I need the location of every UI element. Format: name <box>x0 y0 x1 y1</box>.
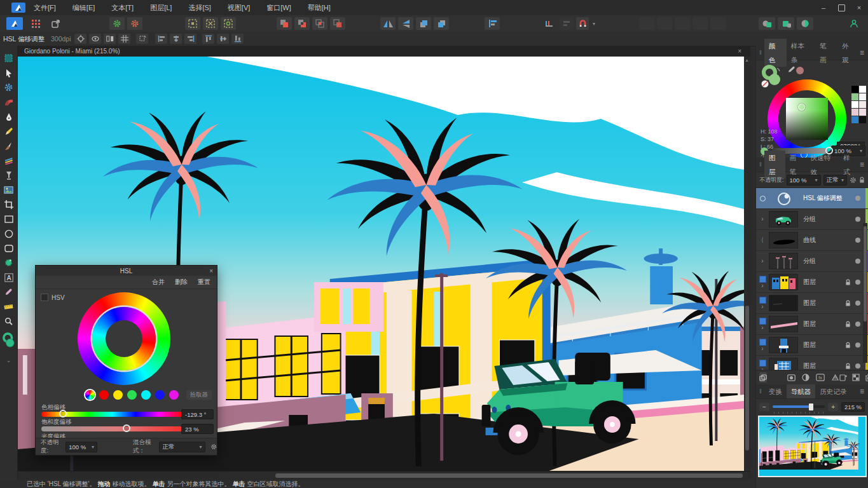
menu-text[interactable]: 文本[T] <box>103 0 142 15</box>
panel-menu-icon[interactable]: ≡ <box>860 160 864 169</box>
zoom-out-button[interactable]: − <box>759 403 769 411</box>
measure-tool[interactable] <box>3 301 15 313</box>
navigator-thumbnail[interactable] <box>758 416 867 477</box>
new-layer-icon[interactable] <box>839 374 847 381</box>
insertion-target-button[interactable] <box>542 17 556 30</box>
snap-option-3-button[interactable] <box>675 17 690 30</box>
snapping-toggle-button[interactable] <box>576 17 589 30</box>
color-eyedropper-icon[interactable] <box>787 65 806 76</box>
cyan-channel-swatch[interactable] <box>141 390 151 400</box>
zoom-slider-handle[interactable] <box>809 403 813 410</box>
rectangle-tool[interactable] <box>3 213 15 225</box>
hsl-dialog-close-icon[interactable]: × <box>209 268 213 274</box>
menu-help[interactable]: 帮助[H] <box>300 0 339 15</box>
rotate-selection-button[interactable] <box>136 34 148 44</box>
account-button[interactable] <box>846 17 862 30</box>
corner-tool[interactable] <box>3 96 15 108</box>
snap-midpoints-button[interactable] <box>203 17 218 30</box>
hsl-dialog-titlebar[interactable]: HSL × <box>36 266 217 276</box>
visibility-dot[interactable] <box>855 363 860 369</box>
saturation-shift-slider[interactable] <box>41 426 183 431</box>
move-backward-button[interactable] <box>434 17 449 30</box>
hue-shift-handle[interactable] <box>59 410 67 417</box>
visibility-dot[interactable] <box>855 342 860 348</box>
adjustment-icon[interactable] <box>802 374 809 381</box>
alignment-button[interactable] <box>485 17 500 30</box>
zoom-in-button[interactable]: + <box>828 403 838 411</box>
boolean-divide-button[interactable] <box>330 17 345 30</box>
app-logo-icon[interactable] <box>11 3 25 13</box>
menu-view[interactable]: 视图[V] <box>219 0 258 15</box>
align-right-button[interactable] <box>184 34 196 44</box>
move-tool[interactable] <box>3 67 15 79</box>
hsl-settings-gear-icon[interactable] <box>210 443 217 451</box>
layer-row-buildings[interactable]: › 图层 <box>756 272 868 293</box>
panel-menu-icon[interactable]: ≡ <box>860 387 864 396</box>
layers-opacity-dropdown[interactable]: 100 %▾ <box>787 175 821 186</box>
align-center-button[interactable] <box>170 34 182 44</box>
geometry-subtract-button[interactable] <box>778 17 794 30</box>
blue-channel-swatch[interactable] <box>155 390 165 400</box>
color-square-marker[interactable] <box>798 104 805 111</box>
align-middle-button[interactable] <box>217 34 229 44</box>
layers-blend-dropdown[interactable]: 正常▾ <box>823 175 847 186</box>
hsl-merge-button[interactable]: 合并 <box>152 278 165 287</box>
restore-button[interactable] <box>832 0 850 15</box>
layer-row-group-car[interactable]: › 分组 <box>756 209 868 230</box>
picker-button[interactable]: 拾取器 <box>186 390 212 400</box>
hsl-reset-button[interactable]: 重置 <box>198 278 210 287</box>
hsl-blend-dropdown[interactable]: 正常▾ <box>159 442 205 452</box>
boolean-add-button[interactable] <box>277 17 292 30</box>
trash-icon[interactable] <box>865 374 868 381</box>
vector-crop-tool[interactable] <box>3 198 15 210</box>
place-image-tool[interactable] <box>3 184 15 196</box>
live-filter-icon[interactable] <box>831 374 839 381</box>
vertical-scroll-thumb[interactable] <box>745 306 749 451</box>
layers-scroll-thumb[interactable] <box>864 226 867 322</box>
green-channel-swatch[interactable] <box>127 390 137 400</box>
geometry-intersect-button[interactable] <box>797 17 813 30</box>
document-settings-gear-button[interactable] <box>109 17 125 30</box>
canvas-vertical-scrollbar[interactable]: ▲ <box>744 57 750 471</box>
text-tool[interactable]: A <box>3 271 15 283</box>
transform-origin-button[interactable] <box>74 34 86 44</box>
tab-navigator[interactable]: 导航器 <box>787 384 816 398</box>
master-channel-swatch[interactable] <box>85 390 95 400</box>
panel-grip-icon[interactable]: ‖ <box>759 388 762 395</box>
document-close-icon[interactable]: × <box>738 48 741 55</box>
saturation-shift-handle[interactable] <box>123 424 130 432</box>
saturation-shift-value[interactable]: 23 % <box>181 424 214 434</box>
move-forward-button[interactable] <box>416 17 431 30</box>
zoom-value-field[interactable]: 215 % <box>841 402 865 412</box>
canvas-horizontal-scrollbar[interactable] <box>18 471 750 480</box>
horizontal-scroll-thumb[interactable] <box>275 473 743 478</box>
tab-transform[interactable]: 变换 <box>764 384 787 398</box>
fx-icon[interactable]: fx <box>816 374 825 381</box>
hsv-checkbox[interactable] <box>41 294 48 301</box>
artboard-tool[interactable] <box>3 52 15 64</box>
layer-row-road[interactable]: › 图层 <box>756 314 868 335</box>
hsl-opacity-dropdown[interactable]: 100 %▾ <box>65 442 97 452</box>
layer-row-shadow[interactable]: › 图层 <box>756 293 868 314</box>
show-grid-button[interactable] <box>118 34 130 44</box>
designer-persona-button[interactable] <box>6 17 23 30</box>
new-pixel-layer-icon[interactable] <box>852 374 860 381</box>
snapping-options-caret[interactable]: ▾ <box>589 17 596 30</box>
snap-option-2-button[interactable] <box>657 17 672 30</box>
visibility-dot[interactable] <box>855 259 860 264</box>
lock-layer-icon[interactable] <box>859 177 865 184</box>
menu-file[interactable]: 文件[F] <box>25 0 64 15</box>
visibility-dot[interactable] <box>855 280 860 285</box>
magenta-channel-swatch[interactable] <box>169 390 179 400</box>
snap-option-4-button[interactable] <box>692 17 708 30</box>
menu-window[interactable]: 窗口[W] <box>258 0 300 15</box>
flip-vertical-button[interactable] <box>398 17 413 30</box>
pencil-tool[interactable] <box>3 125 15 137</box>
visibility-dot[interactable] <box>855 217 860 222</box>
yellow-channel-swatch[interactable] <box>113 390 123 400</box>
scroll-up-icon[interactable]: ▲ <box>745 58 749 62</box>
snap-option-1-button[interactable] <box>639 17 654 30</box>
vector-brush-tool[interactable] <box>3 154 15 166</box>
pen-tool[interactable] <box>3 111 15 123</box>
tools-overflow-chevron[interactable]: ⌄ <box>3 354 15 366</box>
